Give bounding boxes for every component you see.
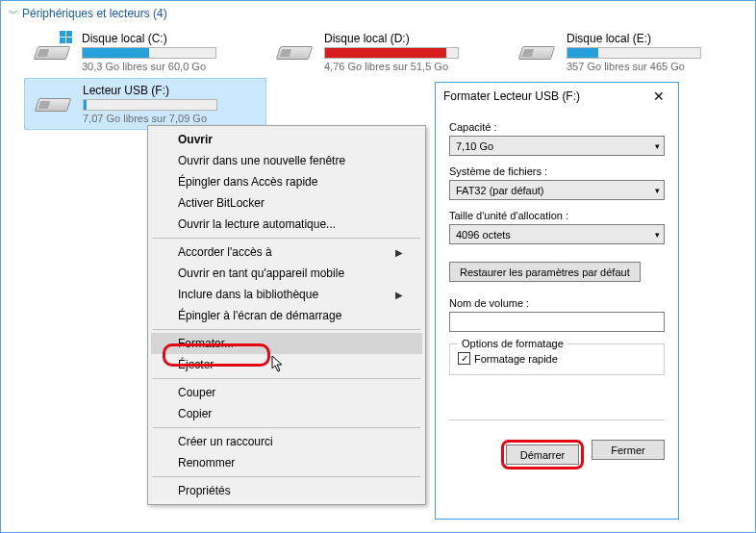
menu-item[interactable]: Éjecter xyxy=(151,354,422,375)
context-menu: OuvrirOuvrir dans une nouvelle fenêtreÉp… xyxy=(147,125,426,505)
drive-name: Disque local (D:) xyxy=(324,32,503,45)
menu-item[interactable]: Ouvrir dans une nouvelle fenêtre xyxy=(151,150,422,171)
usage-bar xyxy=(567,47,701,59)
menu-item[interactable]: Ouvrir xyxy=(151,129,422,150)
drive-item[interactable]: Disque local (E:)357 Go libres sur 465 G… xyxy=(509,26,751,78)
menu-item[interactable]: Ouvrir la lecture automatique... xyxy=(151,214,422,235)
menu-item[interactable]: Créer un raccourci xyxy=(151,431,422,452)
menu-item[interactable]: Ouvrir en tant qu'appareil mobile xyxy=(151,263,422,284)
alloc-value: 4096 octets xyxy=(456,229,511,241)
drive-name: Lecteur USB (F:) xyxy=(83,84,260,97)
dialog-separator xyxy=(449,419,665,420)
menu-item[interactable]: Épingler à l'écran de démarrage xyxy=(151,305,422,326)
menu-item-label: Ouvrir xyxy=(178,133,213,146)
menu-item[interactable]: Couper xyxy=(151,382,422,403)
submenu-arrow-icon: ▶ xyxy=(395,290,403,300)
chevron-down-icon: ﹀ xyxy=(9,7,18,20)
filesystem-select[interactable]: FAT32 (par défaut) ▾ xyxy=(449,180,665,200)
close-button[interactable]: ✕ xyxy=(647,89,670,104)
menu-item-label: Épingler dans Accès rapide xyxy=(178,175,317,189)
section-title: Périphériques et lecteurs (4) xyxy=(22,7,167,20)
menu-item-label: Propriétés xyxy=(178,484,231,497)
menu-separator xyxy=(153,238,420,239)
devices-section-header[interactable]: ﹀ Périphériques et lecteurs (4) xyxy=(1,1,755,26)
menu-separator xyxy=(153,427,420,428)
menu-separator xyxy=(153,378,420,379)
capacity-value: 7,10 Go xyxy=(456,140,493,152)
drive-name: Disque local (E:) xyxy=(567,32,745,45)
usage-bar xyxy=(82,47,216,59)
menu-item[interactable]: Activer BitLocker xyxy=(151,192,422,214)
filesystem-label: Système de fichiers : xyxy=(449,165,665,177)
drive-name: Disque local (C:) xyxy=(82,32,261,45)
quick-format-label: Formatage rapide xyxy=(474,353,558,365)
menu-item-label: Ouvrir dans une nouvelle fenêtre xyxy=(178,154,345,167)
drive-subtext: 7,07 Go libres sur 7,09 Go xyxy=(83,113,260,124)
drive-icon xyxy=(31,85,77,123)
start-button[interactable]: Démarrer xyxy=(506,444,579,465)
drive-icon xyxy=(515,33,561,71)
format-dialog: Formater Lecteur USB (F:) ✕ Capacité : 7… xyxy=(435,82,679,520)
menu-item-label: Copier xyxy=(178,407,212,420)
menu-item-label: Éjecter xyxy=(178,358,214,371)
volume-label: Nom de volume : xyxy=(449,297,665,309)
menu-separator xyxy=(153,329,420,330)
menu-item[interactable]: Accorder l'accès à▶ xyxy=(151,241,422,263)
menu-item-label: Formater... xyxy=(178,337,234,350)
capacity-select[interactable]: 7,10 Go ▾ xyxy=(449,136,665,156)
chevron-down-icon: ▾ xyxy=(655,230,660,240)
volume-input[interactable] xyxy=(449,312,665,332)
menu-item[interactable]: Propriétés xyxy=(151,480,422,501)
dialog-title-text: Formater Lecteur USB (F:) xyxy=(443,89,580,103)
drive-subtext: 4,76 Go libres sur 51,5 Go xyxy=(324,61,503,72)
menu-item[interactable]: Renommer xyxy=(151,452,422,473)
menu-item-label: Renommer xyxy=(178,456,235,470)
menu-item[interactable]: Formater... xyxy=(151,333,422,354)
drive-icon xyxy=(272,33,318,71)
chevron-down-icon: ▾ xyxy=(655,186,660,195)
menu-item-label: Créer un raccourci xyxy=(178,435,273,448)
drive-item[interactable]: Disque local (C:)30,3 Go libres sur 60,0… xyxy=(24,26,266,78)
close-dialog-button[interactable]: Fermer xyxy=(592,440,665,460)
menu-item-label: Ouvrir en tant qu'appareil mobile xyxy=(178,266,344,280)
highlight-start: Démarrer xyxy=(501,440,584,470)
restore-defaults-button[interactable]: Restaurer les paramètres par défaut xyxy=(449,262,641,282)
checkbox-icon: ✓ xyxy=(458,352,470,365)
windows-logo-icon xyxy=(60,31,73,44)
menu-item-label: Couper xyxy=(178,386,215,399)
menu-item[interactable]: Copier xyxy=(151,403,422,424)
drive-item[interactable]: Lecteur USB (F:)7,07 Go libres sur 7,09 … xyxy=(24,78,266,130)
dialog-titlebar: Formater Lecteur USB (F:) ✕ xyxy=(436,83,678,110)
usage-bar xyxy=(324,47,459,59)
menu-item-label: Activer BitLocker xyxy=(178,196,265,210)
menu-item[interactable]: Inclure dans la bibliothèque▶ xyxy=(151,284,422,305)
alloc-label: Taille d'unité d'allocation : xyxy=(449,210,665,221)
menu-item-label: Inclure dans la bibliothèque xyxy=(178,288,318,301)
drive-subtext: 30,3 Go libres sur 60,0 Go xyxy=(82,61,261,72)
chevron-down-icon: ▾ xyxy=(655,141,660,151)
menu-separator xyxy=(153,476,420,477)
menu-item-label: Accorder l'accès à xyxy=(178,245,272,259)
capacity-label: Capacité : xyxy=(449,121,665,133)
submenu-arrow-icon: ▶ xyxy=(395,247,403,258)
options-legend: Options de formatage xyxy=(458,338,567,349)
quick-format-checkbox[interactable]: ✓ Formatage rapide xyxy=(458,352,656,365)
drive-item[interactable]: Disque local (D:)4,76 Go libres sur 51,5… xyxy=(266,26,509,78)
menu-item[interactable]: Épingler dans Accès rapide xyxy=(151,171,422,192)
menu-item-label: Épingler à l'écran de démarrage xyxy=(178,309,341,322)
filesystem-value: FAT32 (par défaut) xyxy=(456,185,544,196)
format-options-fieldset: Options de formatage ✓ Formatage rapide xyxy=(449,343,665,375)
usage-bar xyxy=(83,99,217,111)
menu-item-label: Ouvrir la lecture automatique... xyxy=(178,217,336,231)
drive-subtext: 357 Go libres sur 465 Go xyxy=(567,61,745,72)
drive-icon xyxy=(30,33,76,71)
alloc-select[interactable]: 4096 octets ▾ xyxy=(449,224,665,244)
